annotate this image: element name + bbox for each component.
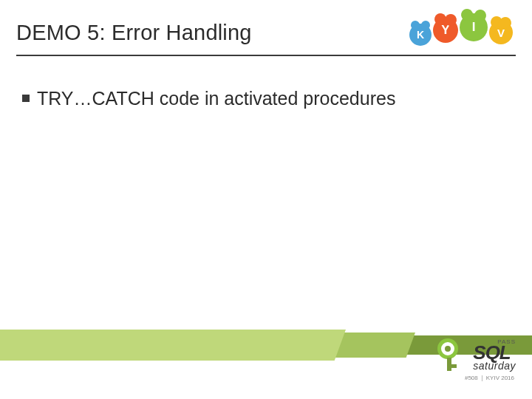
logo-burst-y: Y <box>433 18 458 43</box>
bullet-text: TRY…CATCH code in activated procedures <box>37 87 395 110</box>
slide-body: TRY…CATCH code in activated procedures <box>22 87 510 110</box>
logo-letter: V <box>497 27 505 39</box>
logo-burst-v: V <box>489 21 513 44</box>
logo-burst-k: K <box>409 24 432 46</box>
sql-saturday-logo: PASS SQL saturday <box>434 337 516 371</box>
band-layer-light <box>0 330 346 361</box>
bullet-marker-icon <box>22 95 30 102</box>
brand-sql: SQL <box>473 344 516 361</box>
logo-letter: K <box>417 29 424 41</box>
brand-saturday: saturday <box>473 361 516 371</box>
logo-letter: I <box>472 20 476 35</box>
logo-burst-i: I <box>460 13 488 41</box>
key-icon <box>434 337 468 371</box>
event-label: KYIV 2016 <box>486 375 514 381</box>
logo-letter: Y <box>441 23 449 38</box>
bullet-item: TRY…CATCH code in activated procedures <box>22 87 510 110</box>
sql-brand-text: PASS SQL saturday <box>473 339 516 371</box>
kyiv-logo: K Y I V <box>409 13 513 46</box>
title-underline <box>16 55 516 56</box>
event-id: #508 <box>465 375 478 381</box>
slide: DEMO 5: Error Handling K Y I V TRY…CATCH… <box>0 0 532 399</box>
meta-separator <box>482 375 482 381</box>
event-meta: #508 KYIV 2016 <box>465 375 514 381</box>
